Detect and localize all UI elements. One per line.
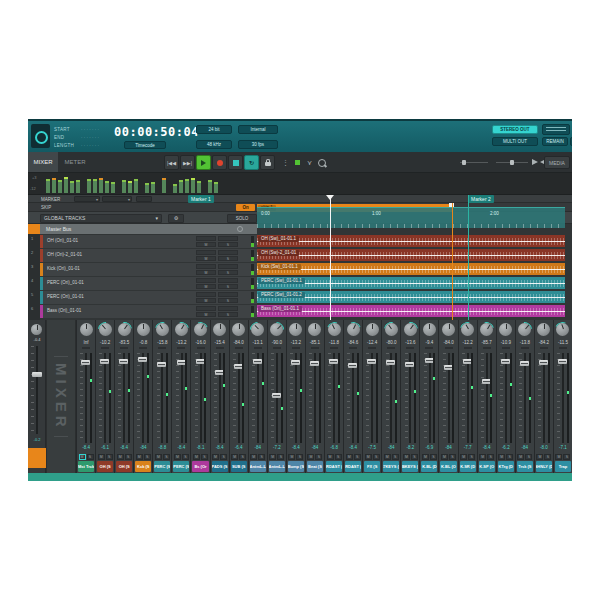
marker-add-button[interactable] — [136, 196, 152, 202]
solo-button[interactable]: S — [315, 454, 322, 460]
track-header[interactable]: 4 PERC (Ori)_01-01 M S — [40, 277, 257, 290]
pan-knob[interactable] — [442, 323, 455, 336]
master-strip-label[interactable] — [28, 448, 46, 468]
track-monitor-button[interactable] — [218, 264, 238, 269]
mute-button[interactable]: M — [498, 454, 505, 460]
fader-cap[interactable] — [119, 359, 128, 364]
channel-name-label[interactable]: PADS (S — [212, 461, 228, 472]
mute-button[interactable]: M — [136, 454, 143, 460]
mute-button[interactable]: M — [536, 454, 543, 460]
fader-cap[interactable] — [501, 359, 510, 364]
solo-button[interactable]: S — [525, 454, 532, 460]
pan-knob[interactable] — [385, 323, 398, 336]
track-solo-button[interactable]: S — [218, 256, 238, 261]
mute-button[interactable]: M — [346, 454, 353, 460]
channel-name-label[interactable]: K.SR (D — [460, 461, 476, 472]
playhead-handle[interactable] — [326, 195, 334, 200]
solo-button[interactable]: S — [182, 454, 189, 460]
pan-knob[interactable] — [423, 323, 436, 336]
audio-clip[interactable]: Bass (Ori)_01-01.1 — [257, 305, 565, 317]
track-header[interactable]: 3 Kick (Ori)_01-01 M S — [40, 263, 257, 276]
pan-knob[interactable] — [175, 323, 188, 336]
solo-button[interactable]: S — [392, 454, 399, 460]
channel-name-label[interactable]: 67KEYS (D — [383, 461, 399, 472]
channel-name-label[interactable]: K.SP (O — [479, 461, 495, 472]
mute-button[interactable]: M — [212, 454, 219, 460]
audio-clip[interactable]: PERC (Sw)_01-01.2 — [257, 291, 565, 303]
mute-button[interactable]: M — [307, 454, 314, 460]
solo-button[interactable]: S — [354, 454, 361, 460]
multi-out-button[interactable]: MULTI OUT — [492, 137, 538, 146]
track-mute-button[interactable]: M — [196, 242, 216, 247]
record-button[interactable] — [212, 155, 227, 170]
mute-button[interactable]: M — [555, 454, 562, 460]
marker-2-flag[interactable]: Marker 2 — [468, 195, 494, 203]
slider-thumb[interactable] — [462, 160, 466, 165]
track-solo-button[interactable]: S — [218, 298, 238, 303]
solo-button[interactable]: S — [106, 454, 113, 460]
pan-knob[interactable] — [328, 323, 341, 336]
solo-button[interactable]: S — [487, 454, 494, 460]
pan-knob[interactable] — [347, 323, 360, 336]
solo-button[interactable]: S — [201, 454, 208, 460]
fader-cap[interactable] — [177, 360, 186, 365]
track-arm-button[interactable] — [196, 264, 216, 269]
fader-cap[interactable] — [253, 359, 262, 364]
master-pan-knob[interactable] — [31, 324, 42, 335]
solo-button[interactable]: S — [258, 454, 265, 460]
tab-mixer[interactable]: MIXER — [28, 152, 58, 172]
mute-button[interactable]: M — [193, 454, 200, 460]
track-mute-button[interactable]: M — [196, 312, 216, 317]
zoom-slider-h[interactable] — [460, 160, 488, 165]
solo-button[interactable]: S — [411, 454, 418, 460]
solo-button[interactable]: S — [87, 454, 94, 460]
solo-button[interactable]: S — [468, 454, 475, 460]
track-mute-button[interactable]: M — [196, 284, 216, 289]
track-monitor-button[interactable] — [218, 306, 238, 311]
stop-button[interactable] — [228, 155, 243, 170]
mute-button[interactable]: M — [460, 454, 467, 460]
marker-1-flag[interactable]: Marker 1 — [188, 195, 214, 203]
fader-cap[interactable] — [291, 360, 300, 365]
track-arm-button[interactable] — [196, 250, 216, 255]
fader-cap[interactable] — [215, 370, 224, 375]
channel-name-label[interactable]: AntmL-L — [250, 461, 266, 472]
mute-button[interactable]: M — [479, 454, 486, 460]
vsm-button[interactable]: V-SM — [570, 137, 572, 146]
channel-name-label[interactable]: OH (S — [116, 461, 132, 472]
fader-cap[interactable] — [539, 360, 548, 365]
channel-name-label[interactable]: Trap — [555, 461, 571, 472]
track-monitor-button[interactable] — [218, 292, 238, 297]
playhead-line[interactable] — [330, 195, 331, 320]
track-mute-button[interactable]: M — [196, 270, 216, 275]
sample-rate-button[interactable]: 48 kHz — [196, 140, 232, 149]
track-solo-button[interactable]: S — [218, 270, 238, 275]
track-header[interactable]: 1 OH (Ori)_01-01 M S — [40, 235, 257, 248]
zoom-tool-button[interactable] — [316, 157, 327, 168]
fader-cap[interactable] — [367, 359, 376, 364]
pan-knob[interactable] — [194, 323, 207, 336]
fader-cap[interactable] — [100, 359, 109, 364]
pan-knob[interactable] — [118, 323, 131, 336]
channel-name-label[interactable]: Bs (Or — [192, 461, 208, 472]
channel-name-label[interactable]: SUB (S — [231, 461, 247, 472]
pan-knob[interactable] — [366, 323, 379, 336]
slider-thumb[interactable] — [510, 160, 514, 165]
snap-button[interactable] — [292, 157, 303, 168]
solo-button[interactable]: S — [506, 454, 513, 460]
channel-name-label[interactable]: Bump (S — [288, 461, 304, 472]
fader-cap[interactable] — [329, 359, 338, 364]
channel-name-label[interactable]: Kck (S — [135, 461, 151, 472]
channel-name-label[interactable]: Mst Trck — [78, 461, 94, 472]
mute-button[interactable]: M — [117, 454, 124, 460]
track-solo-button[interactable]: S — [218, 312, 238, 317]
fader-cap[interactable] — [520, 361, 529, 366]
forward-button[interactable]: ▶▶| — [180, 155, 195, 170]
mute-button[interactable]: M — [231, 454, 238, 460]
clock-source-button[interactable]: Internal — [238, 125, 278, 134]
track-header[interactable]: 6 Bass (Ori)_01-01 M S — [40, 305, 257, 318]
mute-button[interactable]: M — [517, 454, 524, 460]
bit-depth-button[interactable]: 24 bit — [196, 125, 232, 134]
track-arm-button[interactable] — [196, 306, 216, 311]
track-header[interactable]: 5 PERC (Ori)_01-01 M S — [40, 291, 257, 304]
